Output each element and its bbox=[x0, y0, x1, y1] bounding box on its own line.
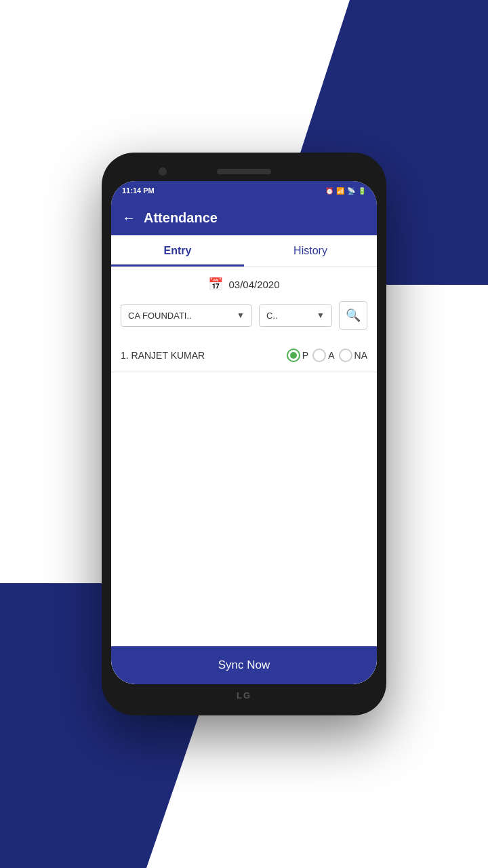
phone-speaker bbox=[217, 169, 271, 174]
search-icon: 🔍 bbox=[346, 308, 361, 323]
radio-present-circle bbox=[287, 349, 300, 362]
date-row: 📅 03/04/2020 bbox=[111, 267, 377, 301]
tab-history[interactable]: History bbox=[244, 235, 377, 267]
phone-bottom: LG bbox=[111, 684, 377, 706]
radio-absent-label: A bbox=[328, 350, 334, 361]
course-dropdown[interactable]: CA FOUNDATI.. ▼ bbox=[121, 304, 252, 327]
section-label: C.. bbox=[266, 311, 278, 321]
dropdown-row: CA FOUNDATI.. ▼ C.. ▼ 🔍 bbox=[111, 301, 377, 339]
course-arrow: ▼ bbox=[237, 311, 245, 320]
back-button[interactable]: ← bbox=[122, 210, 136, 226]
radio-na-label: NA bbox=[354, 350, 367, 361]
radio-absent[interactable]: A bbox=[312, 349, 334, 362]
radio-na-circle bbox=[339, 349, 352, 362]
status-bar: 11:14 PM ⏰ 📶 📡 🔋 bbox=[111, 181, 377, 200]
phone-screen: 11:14 PM ⏰ 📶 📡 🔋 ← Attendance Entry bbox=[111, 181, 377, 684]
search-button[interactable]: 🔍 bbox=[339, 301, 367, 330]
content-spacer bbox=[111, 372, 377, 646]
course-label: CA FOUNDATI.. bbox=[128, 311, 192, 321]
brand-logo: LG bbox=[237, 690, 251, 701]
section-dropdown[interactable]: C.. ▼ bbox=[259, 304, 332, 327]
radio-present[interactable]: P bbox=[287, 349, 308, 362]
app-header: ← Attendance bbox=[111, 200, 377, 235]
radio-absent-circle bbox=[312, 349, 326, 362]
content-area: Entry History 📅 03/04/2020 CA FOUNDATI..… bbox=[111, 235, 377, 684]
date-display: 03/04/2020 bbox=[228, 279, 279, 290]
attendance-options-1: P A NA bbox=[287, 349, 367, 362]
phone-frame-wrapper: 11:14 PM ⏰ 📶 📡 🔋 ← Attendance Entry bbox=[102, 153, 386, 715]
radio-present-label: P bbox=[302, 350, 308, 361]
radio-na[interactable]: NA bbox=[339, 349, 367, 362]
status-time: 11:14 PM bbox=[122, 186, 155, 195]
page-title: Attendance bbox=[144, 210, 218, 226]
radio-present-dot bbox=[290, 352, 297, 359]
battery-icon: 🔋 bbox=[358, 187, 366, 195]
status-icons: ⏰ 📶 📡 🔋 bbox=[325, 187, 366, 195]
student-name-1: 1. RANJET KUMAR bbox=[121, 350, 280, 361]
section-arrow: ▼ bbox=[317, 311, 325, 320]
alarm-icon: ⏰ bbox=[325, 187, 333, 195]
sync-button[interactable]: Sync Now bbox=[111, 646, 377, 684]
student-row-1: 1. RANJET KUMAR P A bbox=[111, 339, 377, 372]
calendar-icon: 📅 bbox=[208, 277, 223, 292]
wifi-icon: 📡 bbox=[347, 187, 355, 195]
phone-camera bbox=[159, 167, 167, 176]
tabs-container: Entry History bbox=[111, 235, 377, 267]
phone-frame: 11:14 PM ⏰ 📶 📡 🔋 ← Attendance Entry bbox=[102, 153, 386, 715]
tab-entry[interactable]: Entry bbox=[111, 235, 244, 267]
sim-icon: 📶 bbox=[336, 187, 344, 195]
phone-top-bar bbox=[111, 162, 377, 181]
